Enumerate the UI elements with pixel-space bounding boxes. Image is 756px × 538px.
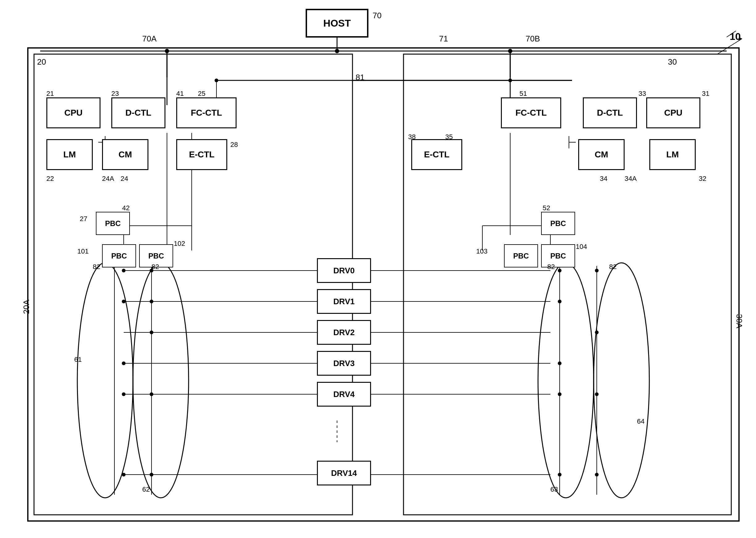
drv4-box: DRV4: [317, 382, 371, 406]
right-cpu-label: CPU: [664, 108, 682, 118]
ref-82-2: 82: [151, 263, 159, 271]
ref-33: 33: [638, 90, 646, 98]
left-cm-label: CM: [118, 150, 132, 160]
right-pbc-52: PBC: [541, 212, 575, 235]
right-fcctl-box: FC-CTL: [501, 97, 561, 128]
svg-point-57: [595, 473, 599, 476]
ref-82-1: 82: [93, 263, 100, 271]
drv0-label: DRV0: [333, 266, 355, 276]
svg-point-55: [595, 331, 599, 334]
right-pbc52-label: PBC: [550, 219, 566, 228]
ref-51: 51: [519, 90, 527, 98]
ref-42: 42: [122, 204, 130, 212]
svg-point-56: [595, 392, 599, 396]
right-pbc104-label: PBC: [550, 252, 566, 260]
svg-point-42: [122, 392, 126, 396]
svg-point-6: [165, 49, 169, 53]
svg-point-47: [150, 392, 153, 396]
diagram-container: HOST 70 10 70A 71 70B 81 20 30 CPU 21 D-…: [0, 0, 756, 538]
left-ectl-box: E-CTL: [176, 139, 227, 170]
right-pbc103-label: PBC: [513, 252, 529, 260]
ref-23: 23: [111, 90, 119, 98]
right-dctl-label: D-CTL: [597, 108, 623, 118]
left-pbc101-label: PBC: [111, 252, 127, 260]
drv4-label: DRV4: [333, 390, 355, 399]
left-pbc27-label: PBC: [105, 219, 121, 228]
left-ectl-label: E-CTL: [189, 150, 214, 160]
ref-61: 61: [74, 355, 81, 364]
ref10-arrow-svg: [711, 32, 751, 57]
right-pbc-104: PBC: [541, 244, 575, 267]
svg-point-7: [508, 49, 513, 53]
drv2-box: DRV2: [317, 320, 371, 345]
connections-svg: [0, 0, 756, 538]
svg-line-74: [717, 39, 742, 54]
left-fcctl-box: FC-CTL: [176, 97, 237, 128]
right-cm-label: CM: [595, 150, 608, 160]
right-cpu-box: CPU: [646, 97, 700, 128]
ref-103: 103: [476, 247, 488, 255]
ref-102: 102: [174, 240, 185, 248]
ref-34a: 34A: [624, 175, 637, 183]
ref-24a: 24A: [102, 175, 114, 183]
left-pbc102-label: PBC: [148, 252, 164, 260]
ref-81: 81: [355, 73, 364, 82]
svg-point-39: [122, 269, 126, 272]
right-fcctl-label: FC-CTL: [515, 108, 547, 118]
svg-point-49: [558, 269, 562, 272]
ref-38: 38: [408, 133, 415, 141]
ref-35: 35: [445, 133, 453, 141]
svg-point-45: [150, 299, 153, 303]
right-lm-box: LM: [649, 139, 696, 170]
drv3-label: DRV3: [333, 359, 355, 368]
left-lm-box: LM: [46, 139, 93, 170]
left-lm-label: LM: [63, 150, 76, 160]
left-cm-box: CM: [102, 139, 148, 170]
svg-point-52: [558, 392, 562, 396]
ref-71: 71: [439, 34, 448, 44]
right-dctl-box: D-CTL: [583, 97, 637, 128]
left-pbc-27: PBC: [96, 212, 130, 235]
drv3-box: DRV3: [317, 351, 371, 376]
ref-82-4: 82: [609, 263, 617, 271]
ref-31: 31: [702, 90, 709, 98]
left-dctl-label: D-CTL: [126, 108, 151, 118]
left-pbc-101: PBC: [102, 244, 136, 267]
ref-63: 63: [550, 485, 558, 494]
right-ectl-box: E-CTL: [411, 139, 462, 170]
left-dctl-box: D-CTL: [111, 97, 165, 128]
ref-21: 21: [46, 90, 54, 98]
ref-25: 25: [198, 90, 205, 98]
host-box: HOST: [306, 9, 368, 37]
ref-34: 34: [600, 175, 607, 183]
ref-70: 70: [373, 11, 382, 21]
svg-point-43: [122, 473, 126, 476]
drv2-label: DRV2: [333, 328, 355, 337]
ref-24: 24: [121, 175, 128, 183]
ref-82-3: 82: [547, 263, 555, 271]
drv0-box: DRV0: [317, 258, 371, 283]
svg-point-51: [558, 361, 562, 365]
svg-point-46: [150, 331, 153, 334]
svg-point-58: [77, 263, 133, 498]
svg-point-53: [558, 473, 562, 476]
ref-64: 64: [637, 417, 644, 425]
svg-point-60: [538, 263, 594, 498]
ref-32: 32: [699, 175, 706, 183]
svg-point-59: [133, 263, 189, 498]
right-pbc-103: PBC: [504, 244, 538, 267]
ref-70a: 70A: [142, 34, 156, 44]
drv14-box: DRV14: [317, 461, 371, 485]
svg-point-50: [558, 299, 562, 303]
drv1-label: DRV1: [333, 297, 355, 306]
ref-30a: 30A: [734, 314, 744, 328]
svg-point-17: [508, 79, 512, 82]
left-fcctl-label: FC-CTL: [191, 108, 222, 118]
ref-70b: 70B: [526, 34, 540, 44]
ref-28: 28: [230, 141, 238, 149]
ref-30: 30: [668, 57, 677, 67]
ref-101: 101: [77, 247, 89, 255]
svg-point-16: [215, 79, 218, 82]
drv1-box: DRV1: [317, 289, 371, 314]
ref-52: 52: [543, 204, 550, 212]
